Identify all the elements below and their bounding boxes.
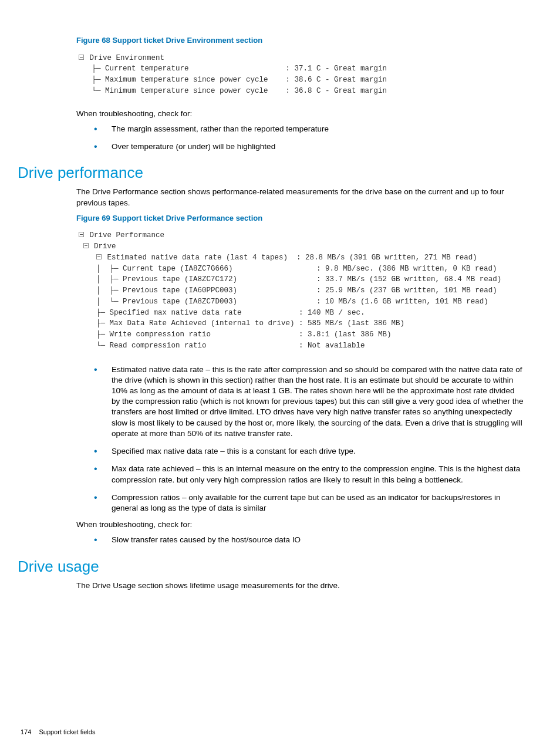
figure-69-caption: Figure 69 Support ticket Drive Performan… — [76, 213, 542, 224]
collapse-icon[interactable] — [83, 243, 89, 248]
figure-68-caption: Figure 68 Support ticket Drive Environme… — [76, 35, 542, 46]
troubleshoot-lead-2: When troubleshooting, check for: — [76, 519, 525, 530]
drive-performance-intro: The Drive Performance section shows perf… — [76, 187, 525, 208]
list-item: Specified max native data rate – this is… — [94, 446, 525, 457]
drive-performance-bullets: Estimated native data rate – this is the… — [94, 364, 525, 514]
list-item: Estimated native data rate – this is the… — [94, 364, 525, 440]
figure-69-tree: Drive Performance Drive Estimated native… — [76, 230, 548, 351]
list-item: Slow transfer rates caused by the host/s… — [94, 535, 525, 545]
list-item: Max data rate achieved – this is an inte… — [94, 464, 525, 485]
heading-drive-performance: Drive performance — [18, 163, 542, 183]
collapse-icon[interactable] — [96, 254, 102, 259]
list-item: The margin assessment, rather than the r… — [94, 124, 525, 134]
figure-68-tree: Drive Environment ├─ Current temperature… — [76, 53, 542, 97]
heading-drive-usage: Drive usage — [18, 556, 542, 577]
collapse-icon[interactable] — [79, 55, 84, 60]
drive-usage-intro: The Drive Usage section shows lifetime u… — [76, 580, 525, 591]
list-item: Over temperature (or under) will be high… — [94, 141, 525, 152]
list-item: Compression ratios – only available for … — [94, 492, 525, 514]
troubleshoot-list-1: The margin assessment, rather than the r… — [94, 124, 525, 152]
troubleshoot-list-2: Slow transfer rates caused by the host/s… — [94, 535, 525, 545]
collapse-icon[interactable] — [79, 232, 84, 237]
troubleshoot-lead-1: When troubleshooting, check for: — [76, 109, 525, 119]
